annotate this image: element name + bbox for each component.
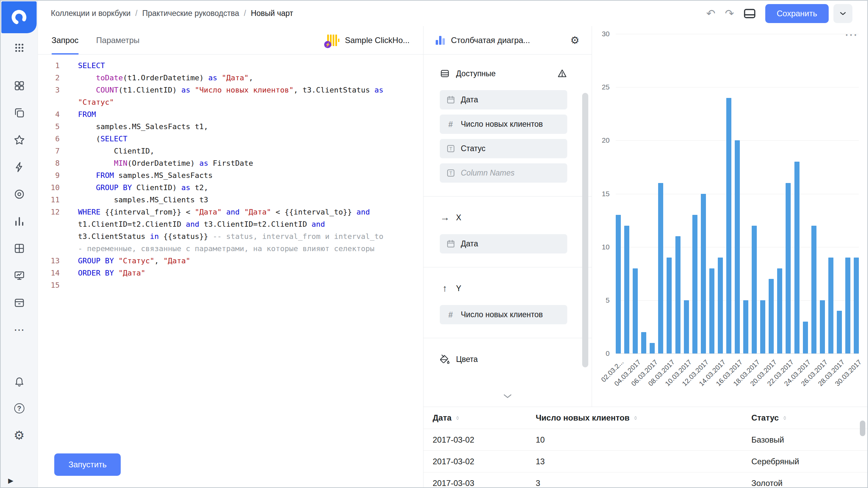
bar[interactable] [777, 268, 782, 353]
help-icon[interactable]: ? [12, 401, 27, 416]
column-header-new-clients[interactable]: Число новых клиентов [536, 413, 751, 423]
collapse-chevron-icon[interactable] [503, 394, 512, 399]
table-scrollbar[interactable] [860, 421, 865, 436]
sql-editor[interactable]: 1SELECT2 toDate(t1.OrderDatetime) as "Да… [38, 55, 423, 447]
bar[interactable] [692, 215, 697, 353]
settings-gear-icon[interactable]: ⚙ [12, 428, 27, 443]
bar[interactable] [769, 279, 774, 353]
y-axis-label: 0 [606, 349, 610, 358]
chart-settings-gear-icon[interactable]: ⚙ [570, 34, 579, 46]
bar[interactable] [667, 258, 672, 353]
notifications-bell-icon[interactable] [12, 373, 27, 389]
bar[interactable] [794, 162, 800, 353]
bar[interactable] [684, 300, 689, 353]
gridline [616, 34, 859, 34]
tab-parameters[interactable]: Параметры [96, 26, 140, 54]
code-line: 1SELECT [38, 60, 423, 72]
bar[interactable] [735, 140, 740, 353]
bar[interactable] [675, 236, 680, 353]
paint-bucket-icon [440, 354, 450, 364]
field-chip-new-clients[interactable]: # Число новых клиентов [440, 115, 567, 134]
redo-icon[interactable]: ↷ [725, 8, 734, 19]
column-header-label: Дата [433, 413, 452, 423]
editor-bolt-icon[interactable] [12, 159, 27, 175]
chart-type-header: Столбчатая диагра... ⚙ [423, 26, 592, 55]
charts-icon[interactable] [12, 214, 27, 229]
arrow-up-icon: ↑ [440, 284, 450, 293]
bar[interactable] [709, 268, 714, 353]
field-chip-date[interactable]: Дата [440, 90, 567, 109]
code-text: samples.MS_SalesFacts t1, [78, 121, 208, 133]
bar[interactable] [811, 226, 816, 353]
bar[interactable] [828, 258, 833, 353]
field-label: Дата [461, 95, 478, 104]
bar[interactable] [845, 258, 850, 353]
bar[interactable] [820, 300, 825, 353]
header-actions: ↶ ↷ Сохранить [706, 4, 852, 23]
bar[interactable] [624, 226, 629, 353]
storage-box-icon[interactable] [12, 295, 27, 310]
field-chip-status[interactable]: T Статус [440, 139, 567, 158]
bar[interactable] [760, 300, 765, 353]
field-chip-column-names[interactable]: T Column Names [440, 163, 567, 183]
line-number: 2 [38, 72, 60, 84]
line-number: 8 [38, 157, 60, 169]
bar[interactable] [803, 322, 808, 353]
connection-chip[interactable]: ⚡ Sample ClickHo... [327, 26, 410, 54]
x-field-chip-date[interactable]: Дата [440, 234, 567, 253]
workbooks-icon[interactable] [12, 105, 27, 121]
tab-query-label: Запрос [52, 36, 79, 45]
undo-icon[interactable]: ↶ [706, 8, 715, 19]
bar[interactable] [650, 343, 655, 353]
layout-panels-icon[interactable] [744, 8, 756, 19]
field-label: Число новых клиентов [461, 120, 543, 129]
bar[interactable] [837, 311, 842, 353]
datalens-logo[interactable] [1, 1, 37, 33]
svg-text:T: T [449, 146, 452, 151]
bar[interactable] [743, 300, 748, 353]
table-cell: 2017-03-02 [433, 457, 536, 466]
save-button[interactable]: Сохранить [765, 4, 829, 23]
grid-table-icon[interactable] [12, 241, 27, 256]
breadcrumb-guides[interactable]: Практические руководства [142, 9, 239, 18]
number-field-icon: # [446, 310, 455, 320]
line-number: 1 [38, 60, 60, 72]
tab-query[interactable]: Запрос [52, 26, 79, 54]
bar[interactable] [641, 332, 646, 353]
favorites-star-icon[interactable] [12, 132, 27, 148]
monitoring-icon[interactable] [12, 268, 27, 283]
connection-badge-icon: ⚡ [324, 41, 331, 48]
bar[interactable] [658, 183, 663, 353]
code-text: ClientID, [78, 145, 154, 157]
tab-parameters-label: Параметры [96, 36, 140, 45]
breadcrumb-collections[interactable]: Коллекции и воркбуки [51, 9, 131, 18]
run-button[interactable]: Запустить [54, 453, 121, 476]
app-window: ⋯ ? ⚙ ▶ Коллекции и воркбуки / Практичес… [0, 0, 868, 488]
code-line: 2 toDate(t1.OrderDatetime) as "Дата", [38, 72, 423, 84]
bar[interactable] [726, 98, 731, 353]
bar[interactable] [633, 268, 638, 353]
bar[interactable] [854, 258, 859, 353]
bar[interactable] [701, 194, 706, 354]
code-text: FROM samples.MS_SalesFacts [78, 169, 213, 182]
dashboards-icon[interactable] [12, 78, 27, 94]
bar[interactable] [616, 215, 621, 353]
y-field-chip-new-clients[interactable]: # Число новых клиентов [440, 305, 567, 324]
chart-type-label[interactable]: Столбчатая диагра... [451, 36, 530, 45]
dataset-icon [440, 68, 450, 79]
code-text: GROUP BY "Статус", "Дата" [78, 255, 190, 267]
table-header-row: Дата Число новых клиентов Статус [423, 407, 867, 429]
more-items-icon[interactable]: ⋯ [12, 322, 27, 338]
circle-dot-icon[interactable] [12, 186, 27, 202]
warning-icon[interactable] [557, 68, 567, 79]
bar[interactable] [752, 226, 757, 353]
apps-grid-icon[interactable] [12, 40, 27, 56]
expand-sidebar-icon[interactable]: ▶ [8, 476, 13, 485]
bar[interactable] [718, 258, 723, 353]
bar[interactable] [786, 183, 791, 353]
field-label: Число новых клиентов [461, 310, 543, 319]
column-header-status[interactable]: Статус [751, 413, 867, 423]
save-dropdown-button[interactable] [833, 4, 852, 23]
column-header-date[interactable]: Дата [433, 413, 536, 423]
config-scrollbar[interactable] [582, 93, 588, 367]
